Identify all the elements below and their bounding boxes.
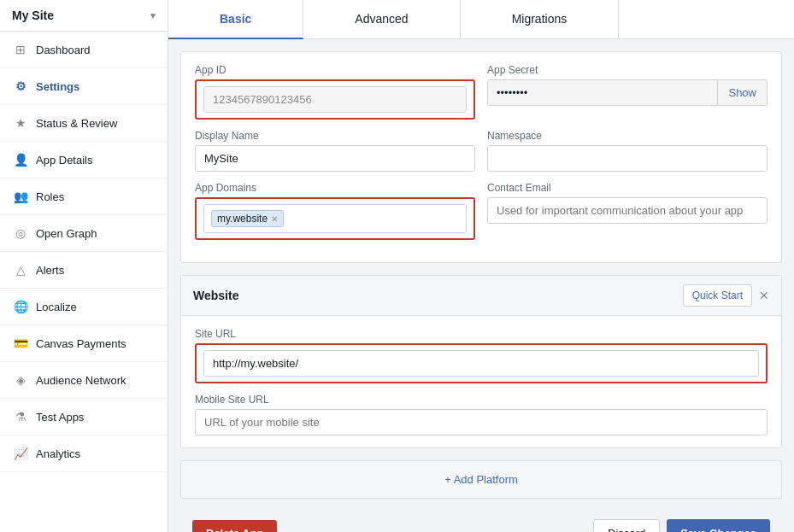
- app-domains-input[interactable]: my.website ✕: [203, 204, 467, 233]
- tab-basic[interactable]: Basic: [168, 0, 303, 39]
- sidebar-item-label: Roles: [36, 190, 64, 203]
- app-domains-label: App Domains: [195, 182, 475, 194]
- roles-icon: 👥: [12, 188, 29, 205]
- mobile-site-url-label: Mobile Site URL: [195, 394, 768, 406]
- sidebar-item-localize[interactable]: 🌐 Localize: [0, 289, 168, 325]
- app-id-secret-row: App ID App Secret Show: [195, 64, 768, 120]
- discard-button[interactable]: Discard: [593, 519, 660, 532]
- contact-email-group: Contact Email: [487, 182, 768, 240]
- site-title: My Site: [12, 9, 54, 22]
- sidebar-item-label: Test Apps: [36, 411, 84, 424]
- site-url-highlight: [195, 343, 768, 383]
- dashboard-icon: ⊞: [12, 41, 29, 58]
- contact-email-label: Contact Email: [487, 182, 768, 194]
- user-icon: 👤: [12, 151, 29, 168]
- website-title: Website: [193, 289, 238, 302]
- domain-tag-text: my.website: [217, 213, 268, 225]
- namespace-group: Namespace: [487, 130, 768, 172]
- sidebar-item-test-apps[interactable]: ⚗ Test Apps: [0, 399, 168, 436]
- delete-app-button[interactable]: Delete App: [192, 520, 277, 532]
- display-name-label: Display Name: [195, 130, 475, 142]
- domain-tag: my.website ✕: [211, 210, 284, 227]
- website-header-actions: Quick Start ✕: [683, 284, 769, 307]
- alerts-icon: △: [12, 261, 29, 278]
- tab-bar: Basic Advanced Migrations: [168, 0, 794, 39]
- app-id-label: App ID: [195, 64, 475, 76]
- footer-actions: Delete App Discard Save Changes: [180, 511, 782, 532]
- sidebar-item-label: Localize: [36, 301, 77, 313]
- app-id-group: App ID: [195, 64, 475, 120]
- sidebar-item-analytics[interactable]: 📈 Analytics: [0, 436, 168, 472]
- analytics-icon: 📈: [12, 445, 29, 462]
- sidebar-item-label: Audience Network: [36, 374, 126, 387]
- show-secret-button[interactable]: Show: [717, 80, 767, 105]
- quick-start-button[interactable]: Quick Start: [683, 284, 752, 307]
- sidebar-item-status-review[interactable]: ★ Status & Review: [0, 105, 168, 142]
- mobile-site-url-group: Mobile Site URL: [195, 394, 768, 436]
- display-name-input[interactable]: [195, 145, 475, 172]
- sidebar-item-open-graph[interactable]: ◎ Open Graph: [0, 215, 168, 252]
- add-platform-button[interactable]: + Add Platform: [180, 460, 782, 499]
- website-section-header: Website Quick Start ✕: [181, 276, 781, 316]
- website-section-body: Site URL Mobile Site URL: [181, 316, 781, 447]
- display-name-group: Display Name: [195, 130, 475, 172]
- save-changes-button[interactable]: Save Changes: [667, 519, 770, 532]
- basic-info-card: App ID App Secret Show: [180, 51, 782, 263]
- right-actions: Discard Save Changes: [593, 519, 770, 532]
- sidebar-item-label: Canvas Payments: [36, 337, 126, 350]
- close-website-button[interactable]: ✕: [759, 289, 769, 302]
- app-id-highlight: [195, 79, 475, 120]
- audience-network-icon: ◈: [12, 371, 29, 389]
- chevron-down-icon: ▾: [150, 10, 156, 21]
- remove-tag-icon[interactable]: ✕: [271, 214, 278, 224]
- sidebar-item-label: App Details: [36, 154, 92, 167]
- tab-advanced[interactable]: Advanced: [303, 0, 460, 38]
- site-url-group: Site URL: [195, 328, 768, 383]
- localize-icon: 🌐: [12, 298, 29, 315]
- site-url-input[interactable]: [203, 350, 759, 377]
- sidebar-item-dashboard[interactable]: ⊞ Dashboard: [0, 32, 168, 68]
- site-url-label: Site URL: [195, 328, 768, 340]
- sidebar-nav: ⊞ Dashboard ⚙ Settings ★ Status & Review…: [0, 32, 168, 532]
- sidebar-header[interactable]: My Site ▾: [0, 0, 168, 32]
- sidebar-item-audience-network[interactable]: ◈ Audience Network: [0, 362, 168, 399]
- sidebar-item-app-details[interactable]: 👤 App Details: [0, 142, 168, 178]
- star-icon: ★: [12, 114, 29, 132]
- app-secret-group: App Secret Show: [487, 64, 768, 120]
- settings-icon: ⚙: [12, 78, 29, 95]
- sidebar-item-settings[interactable]: ⚙ Settings: [0, 68, 168, 105]
- sidebar-item-label: Settings: [36, 80, 79, 93]
- display-namespace-row: Display Name Namespace: [195, 130, 768, 172]
- app-secret-input-wrapper: Show: [487, 79, 768, 106]
- sidebar-item-label: Status & Review: [36, 117, 117, 130]
- sidebar-item-label: Analytics: [36, 447, 80, 460]
- website-card: Website Quick Start ✕ Site URL Mobile Si…: [180, 275, 782, 448]
- app-secret-input[interactable]: [488, 80, 717, 105]
- sidebar-item-label: Dashboard: [36, 44, 91, 56]
- contact-email-input[interactable]: [487, 197, 768, 224]
- app-id-input[interactable]: [203, 86, 467, 113]
- sidebar-item-label: Alerts: [36, 264, 64, 277]
- content-area: App ID App Secret Show: [168, 39, 794, 532]
- test-apps-icon: ⚗: [12, 408, 29, 425]
- canvas-payments-icon: 💳: [12, 335, 29, 352]
- domains-email-row: App Domains my.website ✕ Contact Email: [195, 182, 768, 240]
- tab-migrations[interactable]: Migrations: [461, 0, 620, 38]
- add-platform-label: + Add Platform: [444, 473, 518, 486]
- namespace-label: Namespace: [487, 130, 768, 142]
- sidebar-item-alerts[interactable]: △ Alerts: [0, 252, 168, 289]
- namespace-input[interactable]: [487, 145, 768, 172]
- sidebar: My Site ▾ ⊞ Dashboard ⚙ Settings ★ Statu…: [0, 0, 168, 532]
- app-domains-highlight: my.website ✕: [195, 197, 475, 240]
- sidebar-item-canvas-payments[interactable]: 💳 Canvas Payments: [0, 325, 168, 362]
- open-graph-icon: ◎: [12, 225, 29, 242]
- app-secret-label: App Secret: [487, 64, 768, 76]
- app-domains-group: App Domains my.website ✕: [195, 182, 475, 240]
- sidebar-item-roles[interactable]: 👥 Roles: [0, 178, 168, 215]
- mobile-site-url-input[interactable]: [195, 409, 768, 436]
- main-content: Basic Advanced Migrations App ID: [168, 0, 794, 532]
- sidebar-item-label: Open Graph: [36, 227, 97, 240]
